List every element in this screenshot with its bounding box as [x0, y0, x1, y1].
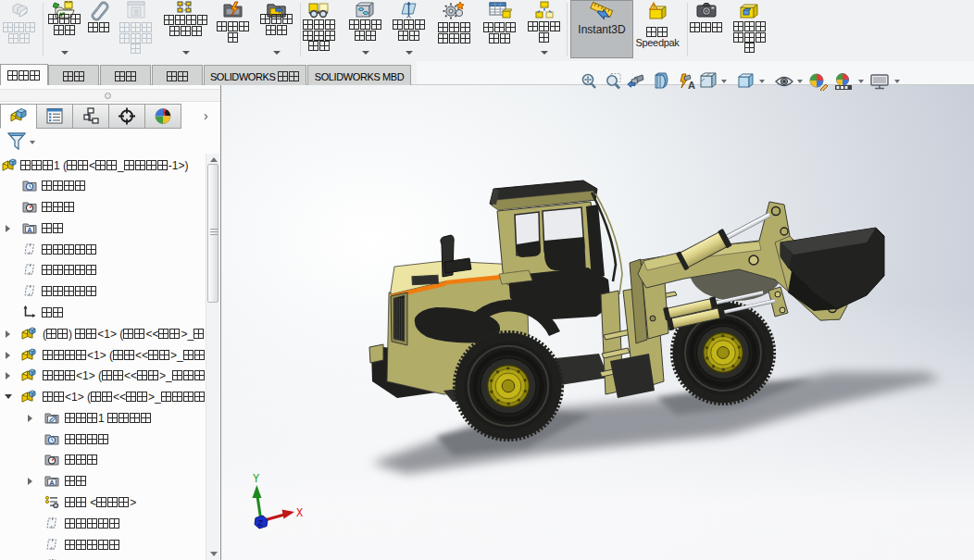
svg-text:A: A — [27, 225, 32, 233]
svg-text:A: A — [49, 479, 55, 487]
svg-text:!: ! — [653, 4, 655, 9]
svg-text:Z: Z — [258, 519, 264, 529]
svg-text:Y: Y — [253, 473, 259, 486]
svg-text:X: X — [296, 507, 303, 520]
